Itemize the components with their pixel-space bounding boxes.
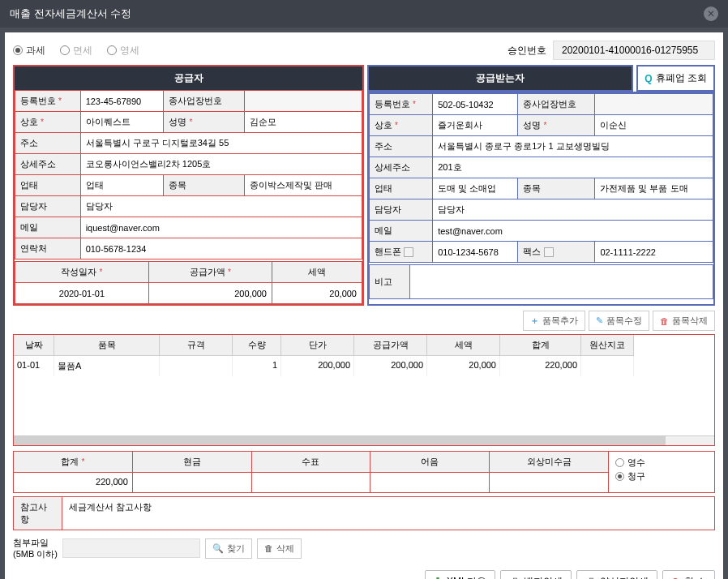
delete-item-button[interactable]: 🗑품목삭제 <box>653 311 715 331</box>
add-item-button[interactable]: ＋품목추가 <box>523 311 585 331</box>
supply-amount: 200,000 <box>148 283 272 304</box>
trash-icon: 🗑 <box>264 543 273 553</box>
total-cash[interactable] <box>133 473 251 492</box>
print-icon: 🖨 <box>585 576 595 579</box>
blank-print-button[interactable]: 🖨백지인쇄 <box>500 570 572 579</box>
total-credit[interactable] <box>490 473 608 492</box>
approval-number: 20200101-41000016-01275955 <box>553 41 715 60</box>
supplier-phone[interactable]: 010-5678-1234 <box>80 238 362 259</box>
supplier-manager[interactable]: 담당자 <box>80 196 362 217</box>
buyer-company[interactable]: 즐거운회사 <box>433 115 518 136</box>
plus-icon: ＋ <box>530 315 539 327</box>
supplier-addr2[interactable]: 코오롱사이언스밸리2차 1205호 <box>80 154 362 175</box>
claim-radio[interactable]: 청구 <box>615 470 708 482</box>
attach-path-input[interactable] <box>62 538 200 558</box>
download-icon: ⬇ <box>434 576 442 579</box>
items-grid: 날짜 품목 규격 수량 단가 공급가액 세액 합계 원산지코 01-01 물품A… <box>13 334 715 446</box>
buyer-panel: 등록번호 * 502-05-10432 종사업장번호 상호 * 즐거운회사 성명… <box>367 92 715 306</box>
buyer-reg-no[interactable]: 502-05-10432 <box>433 94 518 115</box>
buyer-addr2[interactable]: 201호 <box>433 157 713 178</box>
tax-amount: 20,000 <box>272 283 362 304</box>
total-sum: 220,000 <box>14 473 132 492</box>
totals-row: 합계 * 220,000 현금 수표 어음 외상미수금 영수 청구 <box>13 451 715 493</box>
write-date[interactable]: 2020-01-01 <box>15 283 149 304</box>
attach-find-button[interactable]: 🔍찾기 <box>205 538 252 559</box>
notes-field[interactable]: 세금계산서 참고사항 <box>62 497 714 530</box>
window-title: 매출 전자세금계산서 수정 <box>10 6 131 21</box>
supplier-biztype[interactable]: 업태 <box>80 175 164 196</box>
tax-type-taxable[interactable]: 과세 <box>13 44 45 58</box>
buyer-fax[interactable]: 02-1111-2222 <box>595 242 713 263</box>
receipt-radio[interactable]: 영수 <box>615 457 708 469</box>
trash-icon: 🗑 <box>660 316 669 326</box>
total-note[interactable] <box>370 473 489 492</box>
supplier-sub-biz[interactable] <box>244 91 362 112</box>
supplier-header: 공급자 <box>15 66 362 90</box>
cancel-button[interactable]: ⊗취 소 <box>662 570 715 579</box>
buyer-sub-biz[interactable] <box>595 94 713 115</box>
xml-download-button[interactable]: ⬇XML다운 <box>425 570 495 579</box>
cancel-icon: ⊗ <box>671 576 679 579</box>
supplier-ceo[interactable]: 김순모 <box>244 112 362 133</box>
supplier-panel: 공급자 등록번호 * 123-45-67890 종사업장번호 상호 * 아이퀘스… <box>13 65 364 306</box>
fax-checkbox[interactable] <box>544 247 554 257</box>
supplier-company[interactable]: 아이퀘스트 <box>80 112 164 133</box>
buyer-mobile[interactable]: 010-1234-5678 <box>433 242 518 263</box>
title-bar: 매출 전자세금계산서 수정 ✕ <box>0 0 728 28</box>
buyer-biztype[interactable]: 도매 및 소매업 <box>433 178 518 199</box>
buyer-email[interactable]: test@naver.com <box>433 221 713 242</box>
tax-type-zero[interactable]: 영세 <box>107 44 139 58</box>
total-check[interactable] <box>252 473 370 492</box>
approval-label: 승인번호 <box>507 44 546 58</box>
supplier-addr[interactable]: 서울특별시 구로구 디지털로34길 55 <box>80 133 362 154</box>
business-status-lookup-button[interactable]: Q휴폐업 조회 <box>636 65 715 92</box>
tax-type-group: 과세 면세 영세 <box>13 44 139 58</box>
grid-horizontal-scrollbar[interactable] <box>14 435 714 445</box>
form-print-button[interactable]: 🖨양식지인쇄 <box>576 570 657 579</box>
supplier-bizkind[interactable]: 종이박스제작및 판매 <box>244 175 362 196</box>
attach-delete-button[interactable]: 🗑삭제 <box>257 538 302 559</box>
print-icon: 🖨 <box>509 576 519 579</box>
buyer-addr[interactable]: 서울특별시 종로구 종로1가 1 교보생명빌딩 <box>433 136 713 157</box>
buyer-header: 공급받는자 <box>367 65 633 92</box>
dialog-content: 과세 면세 영세 승인번호 20200101-41000016-01275955… <box>5 32 723 579</box>
supplier-reg-no[interactable]: 123-45-67890 <box>80 91 164 112</box>
search-icon: 🔍 <box>212 543 224 554</box>
close-icon[interactable]: ✕ <box>704 6 718 21</box>
supplier-email[interactable]: iquest@naver.com <box>80 217 362 238</box>
buyer-bizkind[interactable]: 가전제품 및 부품 도매 <box>595 178 713 199</box>
attach-label: 첨부파일(5MB 이하) <box>13 537 58 560</box>
tax-type-exempt[interactable]: 면세 <box>60 44 92 58</box>
edit-icon: ✎ <box>596 315 603 326</box>
mobile-checkbox[interactable] <box>404 247 413 257</box>
remark-field[interactable] <box>410 265 713 299</box>
search-icon: Q <box>644 73 652 84</box>
edit-item-button[interactable]: ✎품목수정 <box>589 311 649 331</box>
buyer-ceo[interactable]: 이순신 <box>595 115 713 136</box>
buyer-manager[interactable]: 담당자 <box>433 199 713 221</box>
table-row[interactable]: 01-01 물품A 1 200,000 200,000 20,000 220,0… <box>14 356 714 376</box>
